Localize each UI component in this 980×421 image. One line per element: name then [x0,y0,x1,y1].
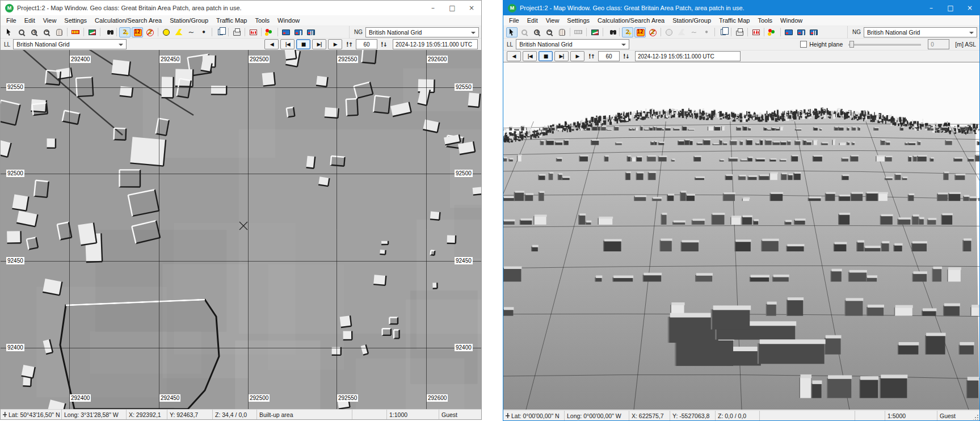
toolbar-copy-tool-button[interactable] [214,27,226,37]
map-canvas-3d[interactable] [503,62,979,410]
menu-calculation-search-area[interactable]: Calculation/Search Area [594,16,668,24]
minimize-button[interactable]: – [922,1,941,15]
menu-station-group[interactable]: Station/Group [668,16,715,24]
status-y: Y: 92463,7 [167,410,213,419]
menu-calculation-search-area[interactable]: Calculation/Search Area [91,16,166,24]
toolbar-ruler-tool-button[interactable] [70,27,81,37]
ll-grid-select[interactable]: British National Grid [13,39,127,49]
map-window-2-tool-icon [797,30,805,35]
skip-start-button[interactable]: |◀ [523,51,537,61]
menu-traffic-map[interactable]: Traffic Map [715,16,754,24]
toolbar-pan-tool-button[interactable] [556,27,567,37]
toolbar-histogram-tool-button[interactable] [750,27,762,37]
toolbar-select-tool-button[interactable] [506,27,518,37]
ng-grid-select[interactable]: British National Grid [864,27,977,37]
height-plane-slider[interactable] [848,40,921,48]
stop-button[interactable]: ■ [296,39,310,49]
status-scale: 1:5000 [885,411,937,420]
menu-edit[interactable]: Edit [523,16,542,24]
toolbar-point-tool-button[interactable]: • [198,27,209,37]
toolbar-map-window-tool-button[interactable] [783,27,794,37]
menu-settings[interactable]: Settings [563,16,594,24]
menu-view[interactable]: View [542,16,563,24]
time-step-down-icon[interactable]: !↓ [623,53,629,60]
toolbar-map-window-2-tool-button[interactable] [293,27,304,37]
toolbar-pan-tool-button[interactable] [53,27,65,37]
interval-field[interactable]: 60 [356,39,377,49]
toolbar-copy-tool-button[interactable] [717,27,729,37]
toolbar-circle-tool-button[interactable] [161,27,172,37]
toolbar-separator [603,28,603,36]
toolbar-angle-tool-button[interactable] [173,27,184,37]
map-viewport-3d[interactable] [503,62,979,410]
toolbar-station-time-tool-button[interactable]: 2 [119,27,131,37]
interval-field[interactable]: 60 [598,51,620,61]
toolbar-print-tool-button[interactable] [734,27,745,37]
maximize-button[interactable]: □ [941,1,960,15]
toolbar-map-window-3-tool-button[interactable] [808,27,819,37]
toolbar-histogram-tool-button[interactable] [247,27,259,37]
menu-traffic-map[interactable]: Traffic Map [212,16,251,24]
toolbar-map-window-tool-button[interactable] [280,27,292,37]
map-canvas-2d[interactable] [1,50,481,409]
skip-end-button[interactable]: ▶| [554,51,569,61]
timestamp-field[interactable]: 2024-12-19 15:05:11.000 UTC [635,51,741,61]
toolbar-traffic-light-tool-button[interactable] [767,27,778,37]
titlebar-2d[interactable]: M Project1:2 - Map Window. Geo class: Gr… [1,1,481,15]
skip-start-button[interactable]: |◀ [280,39,295,49]
close-button[interactable]: × [960,1,979,15]
toolbar-station-time-off-tool-button[interactable]: 2 [647,27,658,37]
toolbar-calendar-tool-button[interactable]: 12 [132,27,143,37]
toolbar-zoom-out-tool-button[interactable] [544,27,555,37]
maximize-button[interactable]: □ [443,1,462,15]
toolbar-wave-tool-button[interactable]: ~ [186,27,197,37]
toolbar-geo-map-tool-button[interactable] [86,27,98,37]
toolbar-calendar-tool-button[interactable]: 12 [634,27,646,37]
menu-file[interactable]: File [2,16,20,24]
time-step-up-icon[interactable]: !↑ [588,53,595,60]
toolbar-find-tool-button[interactable] [605,27,617,37]
resize-grip[interactable] [973,414,979,420]
play-button[interactable]: ▶ [570,51,584,61]
time-step-up-icon[interactable]: !↑ [346,41,352,48]
toolbar-zoom-out-tool-button[interactable] [41,27,52,37]
timestamp-field[interactable]: 2024-12-19 15:05:11.000 UTC [393,39,478,49]
toolbar-zoom-tool-button[interactable] [16,27,27,37]
minimize-button[interactable]: – [423,1,443,15]
step-back-button[interactable]: ◀ [507,51,521,61]
menu-station-group[interactable]: Station/Group [166,16,212,24]
step-back-button[interactable]: ◀ [264,39,279,49]
toolbar-separator [764,28,764,36]
stop-button[interactable]: ■ [539,51,553,61]
toolbar-print-tool-button[interactable] [231,27,242,37]
toolbar-find-tool-button[interactable] [103,27,114,37]
titlebar-3d[interactable]: M Project1:2 - Map Window. Geo class: Gr… [503,1,979,15]
toolbar-zoom-in-tool-button[interactable] [28,27,40,37]
menu-file[interactable]: File [505,16,523,24]
time-step-down-icon[interactable]: !↓ [381,41,387,48]
slider-thumb[interactable] [849,41,854,48]
toolbar-station-time-tool-button[interactable]: 2 [622,27,633,37]
toolbar-map-window-2-tool-button[interactable] [796,27,807,37]
menu-window[interactable]: Window [776,16,806,24]
map-viewport-2d[interactable]: 2924002924502925002925502926002924002924… [1,50,481,409]
close-button[interactable]: × [462,1,481,15]
menu-tools[interactable]: Tools [754,16,776,24]
menu-settings[interactable]: Settings [60,16,91,24]
toolbar-select-tool-button[interactable] [3,27,15,37]
toolbar-zoom-in-tool-button[interactable] [531,27,542,37]
menu-edit[interactable]: Edit [20,16,39,24]
toolbar-geo-map-tool-button[interactable] [589,27,600,37]
toolbar-traffic-light-tool-button[interactable] [264,27,275,37]
toolbar-map-window-3-tool-button[interactable] [305,27,317,37]
pan-tool-icon [56,29,62,36]
toolbar-station-time-off-tool-button[interactable]: 2 [144,27,155,37]
skip-end-button[interactable]: ▶| [312,39,326,49]
menu-tools[interactable]: Tools [251,16,274,24]
menu-window[interactable]: Window [274,16,304,24]
menu-view[interactable]: View [39,16,61,24]
height-plane-checkbox[interactable] [800,41,807,48]
play-button[interactable]: ▶ [328,39,342,49]
ll-grid-select[interactable]: British National Grid [516,39,629,49]
ng-grid-select[interactable]: British National Grid [365,27,479,37]
